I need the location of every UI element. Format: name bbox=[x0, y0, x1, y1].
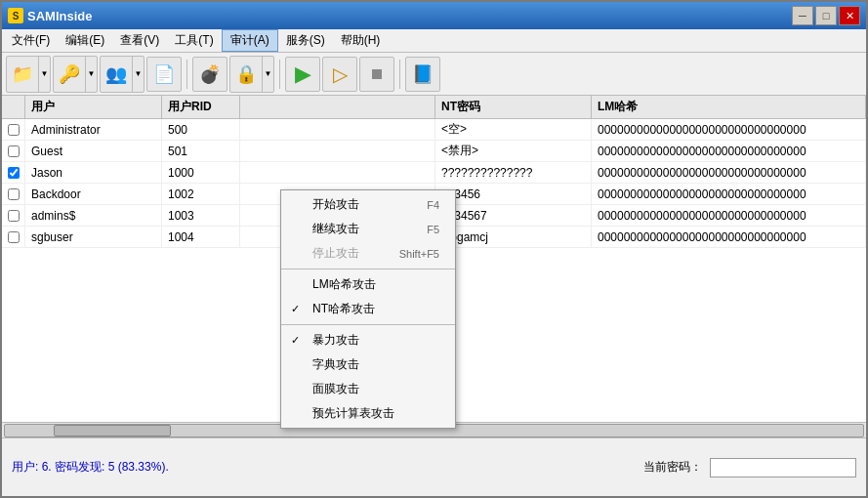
row-lm bbox=[240, 141, 435, 161]
chevron-down-icon4 bbox=[265, 69, 272, 78]
menu-separator bbox=[281, 324, 455, 325]
menu-item-label: LM哈希攻击 bbox=[312, 276, 376, 293]
close-button[interactable]: ✕ bbox=[839, 6, 860, 25]
menu-item-brute-attack[interactable]: ✓暴力攻击 bbox=[281, 328, 455, 353]
main-window: S SAMInside ─ □ ✕ 文件(F) 编辑(E) 查看(V) 工具(T… bbox=[0, 0, 868, 498]
row-nt: jhogamcj bbox=[435, 227, 592, 247]
menu-item-stop-attack: 停止攻击Shift+F5 bbox=[281, 241, 455, 266]
minimize-button[interactable]: ─ bbox=[792, 6, 813, 25]
maximize-button[interactable]: □ bbox=[815, 6, 837, 25]
row-checkbox-cell[interactable] bbox=[2, 119, 25, 140]
menu-shortcut: F5 bbox=[427, 224, 439, 235]
row-lmhash: 00000000000000000000000000000000 bbox=[592, 227, 866, 247]
current-password-input[interactable] bbox=[710, 458, 856, 477]
window-title: SAMInside bbox=[27, 9, 792, 23]
row-checkbox[interactable] bbox=[8, 210, 20, 222]
scrollbar-thumb[interactable] bbox=[54, 425, 171, 436]
play-button[interactable] bbox=[285, 57, 320, 92]
separator3 bbox=[399, 60, 400, 89]
menu-file[interactable]: 文件(F) bbox=[4, 29, 58, 52]
checkmark-icon: ✓ bbox=[291, 334, 300, 347]
menu-item-continue-attack[interactable]: 继续攻击F5 bbox=[281, 217, 455, 241]
users-btn-group bbox=[100, 56, 145, 93]
open-dropdown-arrow[interactable] bbox=[38, 57, 50, 92]
row-rid: 501 bbox=[162, 141, 240, 161]
key-button[interactable] bbox=[230, 57, 262, 92]
row-user: Administrator bbox=[25, 119, 162, 140]
menu-help[interactable]: 帮助(H) bbox=[333, 29, 389, 52]
menu-bar: 文件(F) 编辑(E) 查看(V) 工具(T) 审计(A) 服务(S) 帮助(H… bbox=[2, 29, 866, 53]
play2-button[interactable] bbox=[322, 57, 357, 92]
table-row[interactable]: Administrator 500 <空> 000000000000000000… bbox=[2, 119, 866, 141]
row-nt: 1234567 bbox=[435, 205, 592, 226]
menu-tools[interactable]: 工具(T) bbox=[167, 29, 221, 52]
row-checkbox[interactable] bbox=[8, 231, 20, 243]
menu-audit[interactable]: 审计(A) bbox=[222, 29, 278, 52]
play-icon bbox=[295, 62, 311, 87]
users-dropdown-arrow[interactable] bbox=[132, 57, 144, 92]
current-password-label: 当前密码： bbox=[643, 459, 702, 476]
users-icon bbox=[105, 63, 127, 85]
stop-button[interactable]: ⏹ bbox=[359, 57, 394, 92]
play2-icon bbox=[333, 62, 348, 86]
row-lmhash: 00000000000000000000000000000000 bbox=[592, 184, 866, 204]
row-checkbox-cell[interactable] bbox=[2, 227, 25, 247]
row-user: Backdoor bbox=[25, 184, 162, 204]
col-header-user: 用户 bbox=[25, 96, 162, 118]
row-lmhash: 00000000000000000000000000000000 bbox=[592, 119, 866, 140]
import-btn-group bbox=[53, 56, 98, 93]
table-row[interactable]: Jason 1000 ?????????????? 00000000000000… bbox=[2, 162, 866, 184]
menu-item-label: 暴力攻击 bbox=[312, 332, 359, 349]
title-controls: ─ □ ✕ bbox=[792, 6, 860, 25]
status-right: 当前密码： bbox=[643, 458, 856, 477]
row-rid: 1004 bbox=[162, 227, 240, 247]
row-checkbox[interactable] bbox=[8, 124, 20, 136]
app-icon: S bbox=[8, 8, 23, 23]
menu-item-precomputed-attack[interactable]: 预先计算表攻击 bbox=[281, 401, 455, 426]
menu-item-start-attack[interactable]: 开始攻击F4 bbox=[281, 192, 455, 217]
row-checkbox-cell[interactable] bbox=[2, 141, 25, 161]
users-button[interactable] bbox=[101, 57, 132, 92]
col-header-nt: NT密码 bbox=[435, 96, 592, 118]
row-checkbox[interactable] bbox=[8, 188, 20, 200]
menu-service[interactable]: 服务(S) bbox=[278, 29, 333, 52]
menu-item-mask-attack[interactable]: 面膜攻击 bbox=[281, 377, 455, 401]
row-user: sgbuser bbox=[25, 227, 162, 247]
menu-view[interactable]: 查看(V) bbox=[112, 29, 167, 52]
key-dropdown-arrow[interactable] bbox=[262, 57, 273, 92]
chevron-down-icon bbox=[41, 69, 49, 78]
open-button[interactable] bbox=[7, 57, 38, 92]
bomb-button[interactable] bbox=[192, 57, 227, 92]
row-checkbox-cell[interactable] bbox=[2, 205, 25, 226]
menu-item-label: 字典攻击 bbox=[312, 356, 359, 373]
status-bar: 用户: 6. 密码发现: 5 (83.33%). 当前密码： bbox=[2, 437, 866, 496]
row-lmhash: 00000000000000000000000000000000 bbox=[592, 141, 866, 161]
row-checkbox-cell[interactable] bbox=[2, 162, 25, 183]
row-rid: 1002 bbox=[162, 184, 240, 204]
menu-item-label: 停止攻击 bbox=[312, 245, 359, 262]
col-header-rid: 用户RID bbox=[162, 96, 240, 118]
row-user: Jason bbox=[25, 162, 162, 183]
row-user: admins$ bbox=[25, 205, 162, 226]
menu-separator bbox=[281, 269, 455, 270]
menu-item-lm-hash-attack[interactable]: LM哈希攻击 bbox=[281, 272, 455, 297]
book-button[interactable] bbox=[405, 57, 440, 92]
toolbar: ⏹ bbox=[2, 53, 866, 96]
menu-item-label: NT哈希攻击 bbox=[312, 301, 375, 317]
key-icon bbox=[235, 63, 257, 85]
doc-button[interactable] bbox=[146, 57, 182, 92]
menu-item-nt-hash-attack[interactable]: ✓NT哈希攻击 bbox=[281, 297, 455, 321]
import-dropdown-arrow[interactable] bbox=[85, 57, 97, 92]
row-checkbox[interactable] bbox=[8, 145, 20, 157]
row-checkbox[interactable] bbox=[8, 167, 20, 179]
col-header-lm bbox=[240, 96, 435, 118]
table-row[interactable]: Guest 501 <禁用> 0000000000000000000000000… bbox=[2, 141, 866, 162]
menu-item-dict-attack[interactable]: 字典攻击 bbox=[281, 353, 455, 377]
menu-item-label: 继续攻击 bbox=[312, 221, 359, 237]
row-nt: ?????????????? bbox=[435, 162, 592, 183]
row-checkbox-cell[interactable] bbox=[2, 184, 25, 204]
folder-icon bbox=[12, 63, 33, 85]
row-rid: 1003 bbox=[162, 205, 240, 226]
import-button[interactable] bbox=[54, 57, 85, 92]
menu-edit[interactable]: 编辑(E) bbox=[58, 29, 112, 52]
